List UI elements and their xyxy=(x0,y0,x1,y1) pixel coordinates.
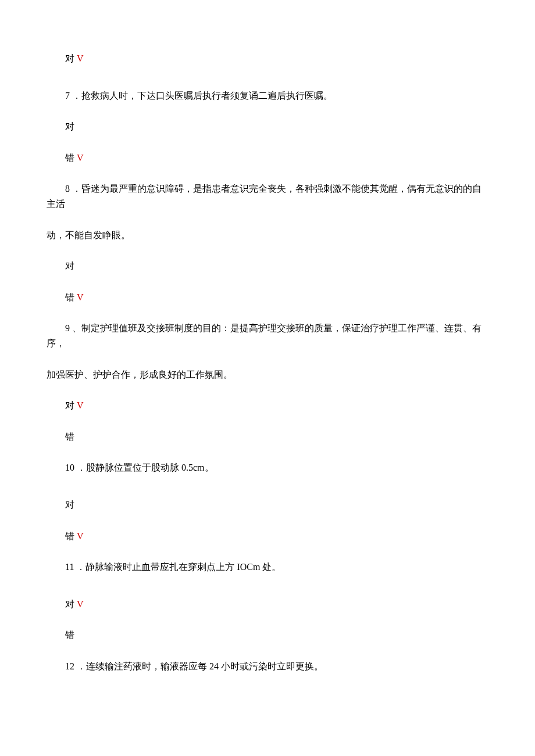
spacer xyxy=(47,492,488,497)
answer-line: 错 xyxy=(47,628,488,643)
question-line: 7 ．抢救病人时，下达口头医嘱后执行者须复诵二遍后执行医嘱。 xyxy=(47,88,488,103)
question-line: 12 ．连续输注药液时，输液器应每 24 小时或污染时立即更换。 xyxy=(47,659,488,674)
answer-line: 错 V xyxy=(47,290,488,305)
question-number: 8 xyxy=(65,184,70,194)
answer-text: 错 xyxy=(65,630,74,640)
question-text: ．抢救病人时，下达口头医嘱后执行者须复诵二遍后执行医嘱。 xyxy=(72,91,333,101)
question-text: ．昏迷为最严重的意识障碍，是指患者意识完全丧失，各种强刺激不能使其觉醒，偶有无意… xyxy=(47,184,482,209)
answer-text: 对 xyxy=(65,599,74,609)
answer-line: 对 V xyxy=(47,398,488,413)
answer-line: 错 V xyxy=(47,529,488,544)
answer-text: 对 xyxy=(65,53,74,63)
check-mark-icon: V xyxy=(77,400,84,410)
answer-text: 错 xyxy=(65,432,74,442)
answer-text: 对 xyxy=(65,261,74,271)
question-line-cont: 动，不能自发睁眼。 xyxy=(47,228,488,243)
answer-line: 错 xyxy=(47,429,488,445)
question-text: ．静脉输液时止血带应扎在穿刺点上方 IOCm 处。 xyxy=(76,562,281,572)
question-number: 11 xyxy=(65,562,74,572)
check-mark-icon: V xyxy=(77,531,84,541)
check-mark-icon: V xyxy=(77,153,84,163)
question-line-cont: 加强医护、护护合作，形成良好的工作氛围。 xyxy=(47,367,488,382)
answer-text: 对 xyxy=(65,500,74,510)
answer-text: 错 xyxy=(65,153,74,163)
question-line: 9 、制定护理值班及交接班制度的目的：是提高护理交接班的质量，保证治疗护理工作严… xyxy=(47,321,488,350)
question-text: 动，不能自发睁眼。 xyxy=(47,230,130,240)
question-text: ．股静脉位置位于股动脉 0.5cm。 xyxy=(77,463,214,472)
document-page: 对 V 7 ．抢救病人时，下达口头医嘱后执行者须复诵二遍后执行医嘱。 对 错 V… xyxy=(0,0,535,756)
question-number: 12 xyxy=(65,661,74,671)
spacer xyxy=(47,591,488,597)
question-line: 10 ．股静脉位置位于股动脉 0.5cm。 xyxy=(47,460,488,475)
spacer xyxy=(47,83,488,88)
answer-line: 对 V xyxy=(47,51,488,66)
question-line: 11 ．静脉输液时止血带应扎在穿刺点上方 IOCm 处。 xyxy=(47,560,488,575)
check-mark-icon: V xyxy=(77,599,84,609)
check-mark-icon: V xyxy=(77,292,84,302)
question-number: 7 xyxy=(65,91,70,101)
answer-line: 错 V xyxy=(47,151,488,166)
question-text: ．连续输注药液时，输液器应每 24 小时或污染时立即更换。 xyxy=(77,661,323,671)
question-number: 10 xyxy=(65,463,74,472)
answer-line: 对 V xyxy=(47,597,488,612)
answer-text: 对 xyxy=(65,400,74,410)
answer-text: 对 xyxy=(65,121,74,131)
question-text: 加强医护、护护合作，形成良好的工作氛围。 xyxy=(47,370,233,379)
question-text: 、制定护理值班及交接班制度的目的：是提高护理交接班的质量，保证治疗护理工作严谨、… xyxy=(47,323,482,348)
answer-text: 错 xyxy=(65,531,74,541)
answer-line: 对 xyxy=(47,119,488,134)
question-line: 8 ．昏迷为最严重的意识障碍，是指患者意识完全丧失，各种强刺激不能使其觉醒，偶有… xyxy=(47,181,488,211)
check-mark-icon: V xyxy=(77,53,84,63)
question-number: 9 xyxy=(65,323,70,333)
answer-text: 错 xyxy=(65,292,74,302)
answer-line: 对 xyxy=(47,497,488,513)
answer-line: 对 xyxy=(47,259,488,274)
